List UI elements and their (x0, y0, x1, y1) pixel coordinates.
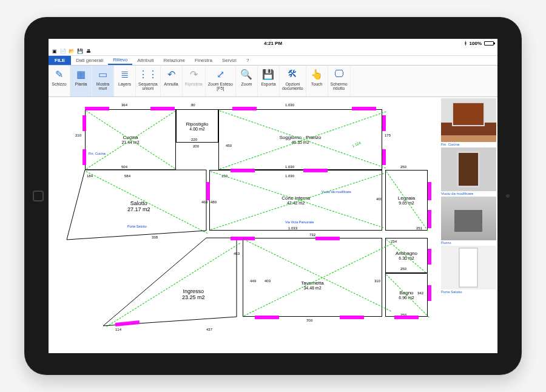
room-name: Salotto (127, 200, 150, 206)
ribbon-label: Schizzo (52, 82, 67, 86)
schizzo-icon: ✎ (53, 67, 66, 81)
dim-label: 437 (206, 328, 212, 331)
measure-marker (206, 182, 210, 200)
annotation-fin-cucina[interactable]: Fin. Cucina (89, 152, 106, 155)
status-time: 4:21 PM (264, 41, 282, 46)
measure-marker (382, 115, 386, 131)
ribbon-label: Opzioni documento (282, 82, 303, 91)
measure-marker (231, 169, 255, 172)
measure-marker (340, 316, 364, 319)
app-screen: 4:21 PM ᚼ 100% ▣ 📄 📂 💾 🖶 FILE Dati gener… (49, 39, 497, 353)
tablet-home-button[interactable] (33, 191, 44, 201)
thumb-porta_salotto[interactable]: Porta Salotto (441, 246, 496, 294)
tab-relazione[interactable]: Relazione (158, 56, 190, 65)
workspace: Cucina 21.44 m2 Ripostiglio 4.00 m2 Sogg… (49, 97, 497, 353)
measure-marker (428, 210, 431, 228)
status-right: ᚼ 100% (464, 41, 494, 46)
dim-label: 250 (400, 267, 406, 271)
tab-dati-generali[interactable]: Dati generali (71, 56, 108, 65)
measure-marker (352, 107, 376, 110)
tab-attributi[interactable]: Attributi (132, 56, 158, 65)
ribbon-label: Mostra muri (96, 82, 109, 91)
ribbon-layers-button[interactable]: ≣Layers (114, 66, 136, 96)
tab-help[interactable]: ? (241, 56, 254, 65)
tab-finestra[interactable]: Finestra (190, 56, 217, 65)
thumb-caption: Porta Salotto (441, 290, 496, 294)
ribbon-ripristina-button[interactable]: ↷Ripristina (183, 66, 206, 96)
floorplan-canvas[interactable]: Cucina 21.44 m2 Ripostiglio 4.00 m2 Sogg… (49, 97, 440, 353)
qa-open-icon[interactable]: 📂 (68, 48, 75, 55)
dim-label: 234 (391, 240, 397, 243)
measure-marker (255, 316, 279, 319)
dim-label: 310 (374, 279, 380, 283)
measure-marker (382, 149, 386, 165)
thumb-caption: Vuoto da modificare (441, 192, 496, 195)
measure-marker (303, 169, 328, 172)
room-tavernetta[interactable]: Tavernetta 34.48 m2 (243, 238, 382, 317)
zoom-icon: 🔍 (240, 67, 253, 81)
thumb-fin_cucina[interactable]: Fin. Cucina (441, 98, 496, 146)
ribbon-label: Schermo ridotto (331, 82, 348, 91)
dim-label: 364 (121, 103, 127, 107)
ribbon-opzioni-button[interactable]: 🛠Opzioni documento (280, 66, 306, 96)
thumb-pozzo[interactable]: Pozzo (441, 197, 496, 245)
svg-marker-1 (103, 238, 237, 326)
ribbon-sequenza-button[interactable]: ⋮⋮Sequenza unioni (136, 66, 161, 96)
dim-label: 200 (193, 144, 199, 148)
ribbon-label: Sequenza unioni (138, 82, 158, 91)
ribbon-label: Pianta (75, 82, 87, 86)
dim-label: 403 (265, 279, 271, 283)
schermo-icon: 🖵 (332, 67, 346, 81)
touch-icon: 👆 (310, 67, 323, 81)
app-icon: ▣ (51, 48, 58, 55)
zoomest-icon: ⤢ (214, 67, 227, 81)
dim-label: 1.030 (285, 165, 294, 169)
esporta-icon: 💾 (261, 67, 275, 81)
quick-access-toolbar: ▣ 📄 📂 💾 🖶 (49, 47, 497, 56)
annotation-via-vicia[interactable]: Via Vicia Parsonale (285, 220, 314, 224)
ribbon-zoom-button[interactable]: 🔍Zoom (236, 66, 258, 96)
measure-marker (428, 182, 431, 200)
dim-label: 338 (152, 235, 158, 239)
room-name: Tavernetta (301, 280, 323, 286)
thumb-image (441, 147, 496, 191)
ribbon-mostra-button[interactable]: ▭Mostra muri (92, 66, 114, 96)
room-ingresso[interactable]: Ingresso 23.25 m2 (182, 288, 205, 300)
dim-label: 584 (124, 174, 130, 178)
ribbon-pianta-button[interactable]: ▦Pianta (70, 66, 92, 96)
ripristina-icon: ↷ (187, 67, 200, 81)
ribbon-label: Layers (118, 82, 131, 86)
pianta-icon: ▦ (75, 67, 88, 81)
ribbon-tab-strip: FILE Dati generali Rilievo Attributi Rel… (49, 56, 497, 66)
ribbon-label: Touch (311, 82, 323, 86)
ribbon-touch-button[interactable]: 👆Touch (306, 66, 328, 96)
qa-save-icon[interactable]: 💾 (76, 48, 83, 55)
thumb-image (441, 98, 496, 142)
ribbon-annulla-button[interactable]: ↶Annulla (161, 66, 183, 96)
room-area: 23.25 m2 (182, 294, 205, 300)
room-area: 4.00 m2 (186, 127, 209, 131)
dim-label: 460 (201, 200, 207, 204)
measure-marker (85, 107, 109, 110)
measure-marker (428, 285, 431, 301)
ribbon-esporta-button[interactable]: 💾Esporta (258, 66, 280, 96)
thumb-vuoto[interactable]: Vuoto da modificare (441, 147, 496, 195)
ribbon-zoomest-button[interactable]: ⤢Zoom Esteso [F5] (206, 66, 236, 96)
file-tab[interactable]: FILE (49, 56, 71, 65)
ribbon-schermo-button[interactable]: 🖵Schermo ridotto (328, 66, 351, 96)
tablet-frame: 4:21 PM ᚼ 100% ▣ 📄 📂 💾 🖶 FILE Dati gener… (24, 17, 522, 375)
ribbon-toolbar: ✎Schizzo▦Pianta▭Mostra muri≣Layers⋮⋮Sequ… (49, 66, 497, 97)
thumb-image (441, 246, 496, 289)
ribbon-label: Ripristina (185, 82, 203, 86)
ios-status-bar: 4:21 PM ᚼ 100% (49, 39, 497, 47)
annotation-porta-salotto[interactable]: Porta Salotto (127, 225, 147, 228)
tab-rilievo[interactable]: Rilievo (108, 56, 132, 65)
tab-servizi[interactable]: Servizi (217, 56, 241, 65)
ribbon-label: Zoom (241, 82, 252, 86)
measure-marker (232, 107, 257, 110)
qa-print-icon[interactable]: 🖶 (85, 48, 92, 55)
ribbon-schizzo-button[interactable]: ✎Schizzo (49, 66, 70, 96)
qa-new-icon[interactable]: 📄 (59, 48, 66, 55)
battery-icon (484, 41, 494, 46)
dim-label: 480 (211, 200, 217, 204)
